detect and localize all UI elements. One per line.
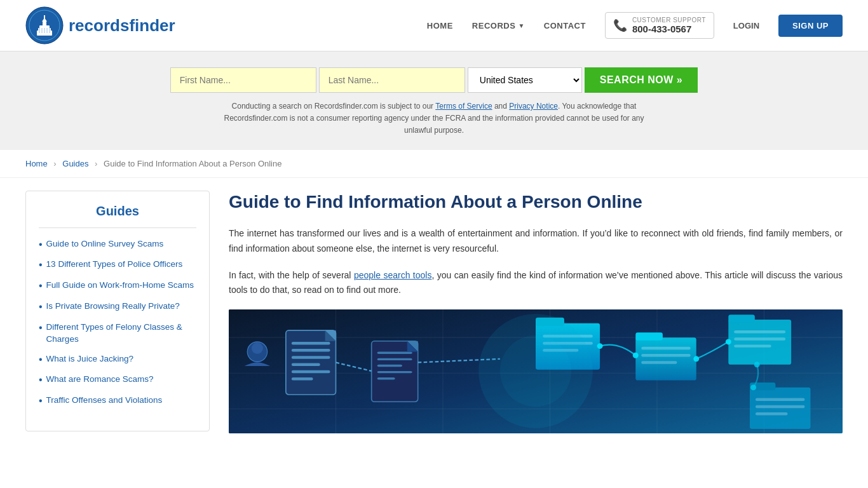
support-number: 800-433-0567 [632, 24, 706, 34]
main-nav: HOME RECORDS ▼ CONTACT 📞 CUSTOMER SUPPOR… [427, 12, 843, 39]
list-item: What is Juice Jacking? [39, 353, 196, 367]
svg-rect-58 [756, 398, 805, 401]
login-button[interactable]: LOGIN [733, 21, 759, 30]
breadcrumb-sep-2: › [95, 159, 97, 168]
article-title: Guide to Find Information About a Person… [229, 191, 843, 214]
phone-icon: 📞 [613, 18, 627, 32]
svg-rect-49 [641, 354, 691, 356]
svg-point-66 [750, 384, 756, 390]
breadcrumb: Home › Guides › Guide to Find Informatio… [0, 150, 868, 178]
breadcrumb-guides[interactable]: Guides [62, 159, 88, 168]
support-box: 📞 CUSTOMER SUPPORT 800-433-0567 [605, 12, 714, 39]
country-select[interactable]: United States [468, 67, 582, 93]
svg-point-70 [500, 336, 571, 407]
sidebar-link-6[interactable]: What is Juice Jacking? [46, 353, 133, 365]
support-info: CUSTOMER SUPPORT 800-433-0567 [632, 17, 706, 34]
svg-rect-60 [756, 412, 788, 415]
sidebar-link-4[interactable]: Is Private Browsing Really Private? [46, 301, 180, 313]
svg-rect-27 [292, 370, 330, 373]
svg-rect-12 [49, 28, 50, 33]
svg-rect-28 [292, 377, 313, 380]
svg-rect-11 [46, 28, 48, 33]
nav-home[interactable]: HOME [427, 21, 453, 30]
svg-rect-47 [635, 332, 663, 340]
svg-rect-48 [641, 347, 691, 349]
svg-rect-7 [44, 15, 45, 19]
list-item: Full Guide on Work-from-Home Scams [39, 280, 196, 293]
svg-rect-50 [641, 361, 677, 363]
header: recordsfinder HOME RECORDS ▼ CONTACT 📞 C… [0, 0, 868, 51]
article-hero-image [229, 309, 843, 433]
support-label: CUSTOMER SUPPORT [632, 17, 706, 24]
sidebar-title: Guides [39, 204, 196, 228]
breadcrumb-sep-1: › [53, 159, 56, 168]
logo-text: recordsfinder [69, 16, 175, 36]
signup-button[interactable]: SIGN UP [778, 15, 843, 37]
search-disclaimer: Conducting a search on Recordsfinder.com… [212, 100, 656, 137]
main-content: Guides Guide to Online Survey Scams 13 D… [0, 178, 868, 447]
svg-rect-51 [728, 320, 791, 365]
list-item: 13 Different Types of Police Officers [39, 259, 196, 272]
svg-point-65 [754, 362, 760, 367]
sidebar-link-3[interactable]: Full Guide on Work-from-Home Scams [46, 280, 194, 292]
svg-point-62 [633, 353, 639, 358]
first-name-input[interactable] [170, 67, 316, 93]
search-section: United States SEARCH NOW » Conducting a … [0, 51, 868, 150]
svg-rect-23 [292, 342, 330, 344]
svg-rect-5 [43, 22, 46, 26]
article-para-2: In fact, with the help of several people… [229, 268, 843, 299]
logo-icon [25, 6, 64, 44]
list-item: Different Types of Felony Classes & Char… [39, 322, 196, 346]
svg-point-64 [726, 339, 731, 345]
search-row: United States SEARCH NOW » [25, 67, 843, 93]
nav-contact[interactable]: CONTACT [544, 21, 586, 30]
tos-link[interactable]: Terms of Service [435, 102, 492, 111]
svg-rect-33 [377, 358, 412, 360]
last-name-input[interactable] [319, 67, 465, 93]
svg-rect-26 [292, 363, 320, 366]
svg-rect-24 [292, 349, 330, 351]
svg-rect-52 [728, 315, 755, 322]
sidebar-link-7[interactable]: What are Romance Scams? [46, 374, 154, 386]
breadcrumb-current: Guide to Find Information About a Person… [104, 159, 281, 168]
search-button[interactable]: SEARCH NOW » [585, 67, 698, 93]
list-item: Is Private Browsing Really Private? [39, 301, 196, 314]
svg-rect-25 [292, 356, 330, 358]
svg-rect-35 [377, 371, 412, 373]
svg-rect-9 [41, 28, 43, 33]
privacy-link[interactable]: Privacy Notice [509, 102, 558, 111]
people-search-link[interactable]: people search tools [354, 270, 432, 280]
svg-point-63 [693, 356, 699, 362]
list-item: Traffic Offenses and Violations [39, 395, 196, 408]
svg-rect-59 [756, 405, 805, 408]
sidebar-link-5[interactable]: Different Types of Felony Classes & Char… [46, 322, 196, 346]
sidebar-link-1[interactable]: Guide to Online Survey Scams [46, 238, 164, 250]
svg-rect-55 [734, 345, 771, 348]
logo-area: recordsfinder [25, 6, 175, 44]
sidebar-list: Guide to Online Survey Scams 13 Differen… [39, 238, 196, 408]
sidebar-link-8[interactable]: Traffic Offenses and Violations [46, 395, 163, 407]
svg-rect-8 [39, 28, 40, 33]
svg-rect-36 [377, 377, 395, 379]
svg-rect-54 [734, 337, 785, 340]
breadcrumb-home[interactable]: Home [25, 159, 48, 168]
list-item: What are Romance Scams? [39, 374, 196, 387]
article: Guide to Find Information About a Person… [229, 191, 843, 434]
svg-rect-46 [635, 337, 696, 380]
svg-point-68 [252, 342, 263, 354]
nav-records[interactable]: RECORDS ▼ [472, 21, 525, 30]
svg-rect-53 [734, 330, 785, 333]
svg-rect-32 [377, 352, 412, 354]
sidebar-link-2[interactable]: 13 Different Types of Police Officers [46, 259, 183, 271]
list-item: Guide to Online Survey Scams [39, 238, 196, 252]
sidebar: Guides Guide to Online Survey Scams 13 D… [25, 191, 210, 431]
article-para-1: The internet has transformed our lives a… [229, 226, 843, 257]
svg-rect-10 [44, 28, 45, 33]
svg-point-61 [597, 343, 603, 349]
svg-rect-34 [377, 365, 402, 367]
records-dropdown-icon: ▼ [518, 22, 524, 29]
